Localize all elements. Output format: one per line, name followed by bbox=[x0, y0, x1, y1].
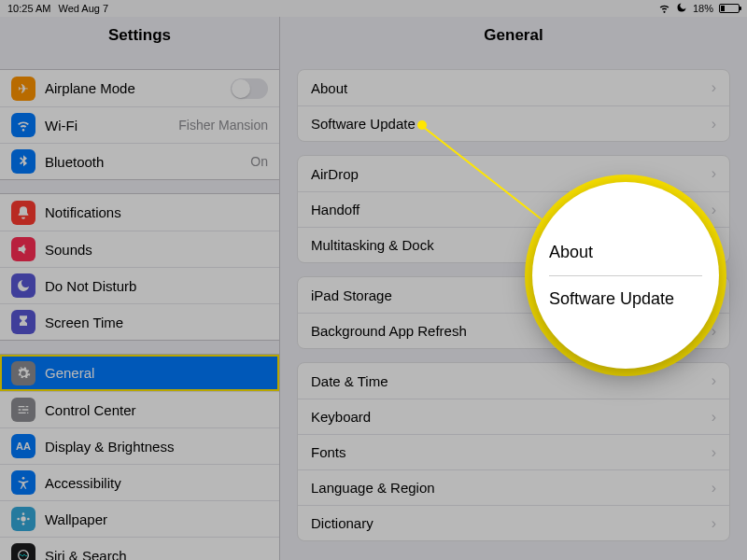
detail-row-label: About bbox=[311, 80, 712, 96]
status-time: 10:25 AM bbox=[7, 3, 50, 14]
chevron-right-icon: › bbox=[712, 323, 716, 340]
sidebar-item-screen-time[interactable]: Screen Time bbox=[0, 303, 279, 340]
detail-row-keyboard[interactable]: Keyboard › bbox=[298, 399, 729, 434]
detail-group-about: About › Software Update › bbox=[297, 69, 730, 142]
detail-row-label: Keyboard bbox=[311, 409, 712, 425]
detail-row-fonts[interactable]: Fonts › bbox=[298, 434, 729, 469]
bluetooth-icon bbox=[11, 149, 35, 174]
sidebar-item-label: Sounds bbox=[45, 242, 268, 258]
sidebar-item-bluetooth[interactable]: Bluetooth On bbox=[0, 143, 279, 179]
bell-icon bbox=[11, 201, 35, 225]
svg-point-5 bbox=[27, 518, 30, 521]
sidebar-item-display-brightness[interactable]: AA Display & Brightness bbox=[0, 427, 279, 464]
sidebar-item-label: Control Center bbox=[45, 402, 268, 418]
detail-row-about[interactable]: About › bbox=[298, 70, 729, 105]
sliders-icon bbox=[11, 398, 35, 422]
sidebar-item-label: Accessibility bbox=[45, 475, 268, 491]
svg-point-0 bbox=[22, 477, 25, 480]
sidebar-item-label: Notifications bbox=[45, 204, 268, 220]
wifi-value: Fisher Mansion bbox=[178, 118, 268, 133]
battery-icon bbox=[719, 4, 740, 13]
sidebar-item-accessibility[interactable]: Accessibility bbox=[0, 464, 279, 500]
battery-pct: 18% bbox=[693, 3, 713, 14]
detail-row-label: AirDrop bbox=[311, 166, 712, 182]
bluetooth-value: On bbox=[250, 154, 268, 169]
lens-row-about: About bbox=[549, 230, 702, 275]
chevron-right-icon: › bbox=[712, 116, 716, 133]
settings-sidebar: Settings ✈ Airplane Mode Wi-Fi Fisher Ma… bbox=[0, 17, 280, 560]
sidebar-item-label: Do Not Disturb bbox=[45, 278, 268, 294]
callout-lens: About Software Update bbox=[532, 182, 719, 369]
svg-point-1 bbox=[21, 516, 25, 521]
sidebar-group-system: General Control Center AA Display & Brig… bbox=[0, 354, 279, 560]
detail-title: General bbox=[280, 17, 747, 56]
sidebar-item-notifications[interactable]: Notifications bbox=[0, 194, 279, 231]
speaker-icon bbox=[11, 237, 35, 261]
siri-icon bbox=[11, 543, 35, 560]
sidebar-item-label: Wallpaper bbox=[45, 511, 268, 527]
detail-row-date-time[interactable]: Date & Time › bbox=[298, 363, 729, 399]
svg-point-2 bbox=[22, 512, 25, 515]
detail-row-software-update[interactable]: Software Update › bbox=[298, 105, 729, 141]
sidebar-item-do-not-disturb[interactable]: Do Not Disturb bbox=[0, 267, 279, 303]
detail-row-label: Language & Region bbox=[311, 480, 712, 496]
sidebar-group-connectivity: ✈ Airplane Mode Wi-Fi Fisher Mansion Blu… bbox=[0, 69, 279, 180]
lens-row-software-update: Software Update bbox=[549, 275, 702, 322]
detail-row-label: Fonts bbox=[311, 444, 712, 460]
chevron-right-icon: › bbox=[712, 444, 716, 461]
moon-icon bbox=[11, 273, 35, 298]
wifi-icon bbox=[658, 2, 670, 16]
gear-icon bbox=[11, 361, 35, 385]
detail-row-airdrop[interactable]: AirDrop › bbox=[298, 156, 729, 191]
wifi-icon bbox=[11, 113, 35, 137]
chevron-right-icon: › bbox=[712, 79, 716, 96]
sidebar-item-wifi[interactable]: Wi-Fi Fisher Mansion bbox=[0, 106, 279, 143]
detail-row-language-region[interactable]: Language & Region › bbox=[298, 469, 729, 505]
chevron-right-icon: › bbox=[712, 409, 716, 426]
sidebar-item-label: Wi-Fi bbox=[45, 118, 178, 133]
callout-anchor-dot bbox=[417, 120, 427, 130]
svg-point-3 bbox=[22, 523, 25, 525]
text-size-icon: AA bbox=[11, 434, 35, 458]
sidebar-item-siri-search[interactable]: Siri & Search bbox=[0, 537, 279, 560]
sidebar-item-label: Siri & Search bbox=[45, 548, 268, 561]
status-date: Wed Aug 7 bbox=[58, 3, 108, 14]
status-bar: 10:25 AM Wed Aug 7 18% bbox=[0, 0, 747, 17]
sidebar-item-general[interactable]: General bbox=[0, 355, 279, 391]
sidebar-item-label: Display & Brightness bbox=[45, 439, 268, 455]
sidebar-item-label: General bbox=[45, 365, 268, 381]
chevron-right-icon: › bbox=[712, 515, 716, 532]
hourglass-icon bbox=[11, 310, 35, 334]
sidebar-title: Settings bbox=[0, 17, 279, 56]
airplane-mode-toggle[interactable] bbox=[231, 78, 268, 99]
chevron-right-icon: › bbox=[712, 480, 716, 497]
detail-row-label: Dictionary bbox=[311, 515, 712, 531]
sidebar-item-airplane-mode[interactable]: ✈ Airplane Mode bbox=[0, 70, 279, 106]
detail-group-date-time: Date & Time › Keyboard › Fonts › Languag… bbox=[297, 362, 730, 541]
svg-point-4 bbox=[17, 518, 20, 521]
detail-row-label: Software Update bbox=[311, 116, 712, 132]
detail-row-label: Date & Time bbox=[311, 373, 712, 389]
sidebar-item-label: Screen Time bbox=[45, 315, 268, 330]
sidebar-group-notifications: Notifications Sounds Do Not Disturb bbox=[0, 193, 279, 341]
sidebar-item-wallpaper[interactable]: Wallpaper bbox=[0, 500, 279, 537]
wallpaper-icon bbox=[11, 507, 35, 531]
chevron-right-icon: › bbox=[712, 165, 716, 182]
screen: 10:25 AM Wed Aug 7 18% Settings ✈ Airpla… bbox=[0, 0, 747, 560]
sidebar-item-label: Airplane Mode bbox=[45, 80, 231, 96]
detail-row-dictionary[interactable]: Dictionary › bbox=[298, 505, 729, 540]
dnd-moon-icon bbox=[676, 2, 687, 15]
sidebar-item-control-center[interactable]: Control Center bbox=[0, 391, 279, 427]
sidebar-item-sounds[interactable]: Sounds bbox=[0, 231, 279, 267]
sidebar-item-label: Bluetooth bbox=[45, 154, 250, 170]
accessibility-icon bbox=[11, 470, 35, 495]
airplane-icon: ✈ bbox=[11, 77, 35, 101]
chevron-right-icon: › bbox=[712, 202, 716, 218]
chevron-right-icon: › bbox=[712, 372, 716, 389]
